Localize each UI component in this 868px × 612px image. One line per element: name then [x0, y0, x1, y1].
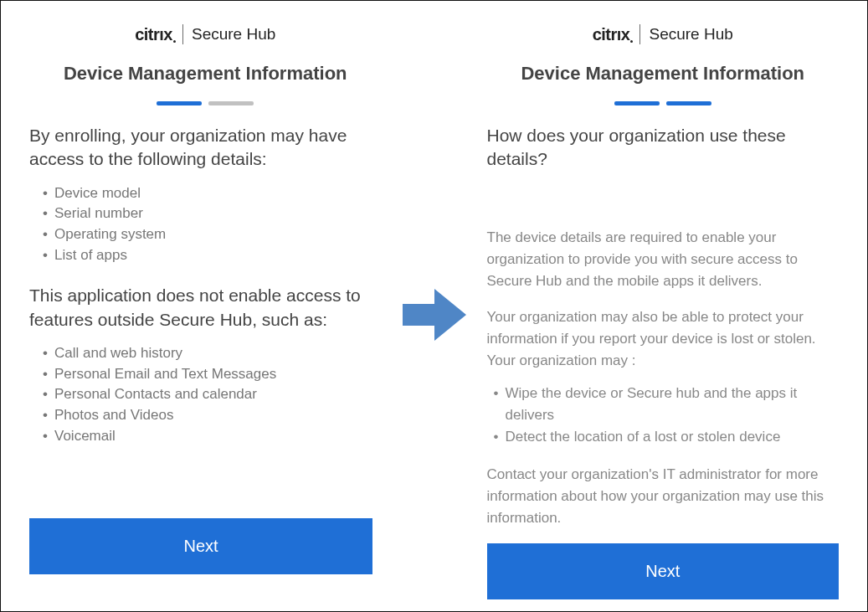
arrow-right-icon [403, 289, 466, 341]
screen-step-1: citrıx Secure Hub Device Management Info… [11, 9, 397, 603]
progress-step-2 [208, 101, 254, 105]
transition-arrow-column [397, 9, 472, 603]
list-item: Voicemail [43, 426, 382, 447]
brand-divider-icon [182, 24, 183, 44]
list-item: Call and web history [43, 343, 382, 364]
usage-paragraph-2: Your organization may also be able to pr… [487, 306, 840, 373]
brand-vendor: citrıx [593, 25, 632, 44]
list-item: Personal Email and Text Messages [43, 364, 382, 385]
not-accessible-heading: This application does not enable access … [29, 284, 382, 332]
usage-paragraph-3: Contact your organization's IT administr… [487, 464, 840, 530]
brand-vendor: citrıx [135, 25, 174, 44]
list-item: Detect the location of a lost or stolen … [494, 426, 840, 448]
spacer [29, 465, 382, 518]
usage-paragraph-1: The device details are required to enabl… [487, 227, 840, 293]
list-item: Photos and Videos [43, 405, 382, 426]
brand-divider-icon [639, 24, 640, 44]
usage-heading: How does your organization use these det… [487, 124, 840, 172]
list-item: Personal Contacts and calendar [43, 384, 382, 405]
list-item: List of apps [43, 245, 382, 266]
spacer [487, 183, 840, 227]
progress-step-1 [157, 101, 202, 105]
next-button[interactable]: Next [29, 518, 372, 574]
svg-marker-0 [403, 289, 466, 341]
progress-indicator [475, 101, 851, 105]
progress-indicator [18, 101, 393, 105]
org-capabilities-list: Wipe the device or Secure hub and the ap… [487, 383, 840, 449]
list-item: Wipe the device or Secure hub and the ap… [494, 383, 840, 427]
page-title: Device Management Information [18, 63, 393, 85]
page-container: citrıx Secure Hub Device Management Info… [1, 1, 867, 611]
screen-step-2: citrıx Secure Hub Device Management Info… [472, 9, 858, 603]
next-button[interactable]: Next [487, 543, 839, 599]
list-item: Operating system [43, 224, 382, 245]
progress-step-1 [614, 101, 660, 105]
accessible-details-list: Device model Serial number Operating sys… [29, 183, 382, 266]
content-body: How does your organization use these det… [475, 124, 851, 612]
list-item: Serial number [43, 203, 382, 224]
brand-row: citrıx Secure Hub [18, 24, 393, 44]
content-body: By enrolling, your organization may have… [18, 124, 393, 603]
brand-row: citrıx Secure Hub [475, 24, 851, 44]
accessible-details-heading: By enrolling, your organization may have… [29, 124, 382, 172]
brand-product: Secure Hub [649, 25, 732, 44]
page-title: Device Management Information [475, 63, 851, 85]
not-accessible-list: Call and web history Personal Email and … [29, 343, 382, 446]
progress-step-2 [666, 101, 711, 105]
list-item: Device model [43, 183, 382, 204]
brand-product: Secure Hub [192, 25, 275, 44]
